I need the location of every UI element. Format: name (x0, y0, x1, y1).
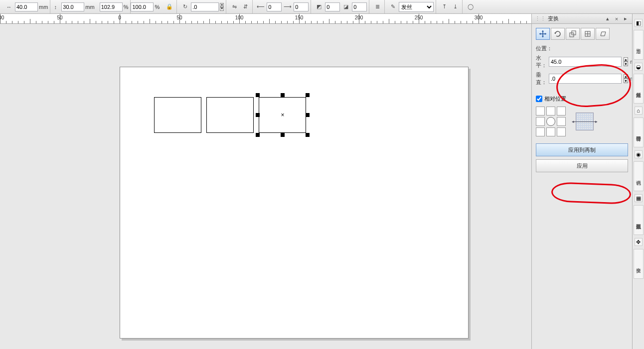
offset-y-input[interactable] (294, 2, 309, 11)
selection-handle-se[interactable] (306, 133, 310, 137)
selection-center-marker: × (281, 112, 284, 118)
tab-icon-transform[interactable]: ✥ (635, 238, 643, 246)
rectangle-1[interactable] (154, 97, 201, 133)
ruler-tick-label: 100 (235, 15, 244, 20)
mirror-h-icon[interactable]: ⇋ (229, 2, 239, 12)
object-height-input[interactable] (61, 2, 84, 11)
right-dock: ⋮⋮ 变换 ▴ × ▸ 位置： 水平： ▲▼ mm 垂直： (531, 14, 644, 349)
ruler-tick-label: 50 (57, 15, 62, 20)
anchor-ne[interactable] (557, 107, 566, 116)
nudge-x-input[interactable] (325, 2, 340, 11)
selection-handle-ne[interactable] (306, 93, 310, 97)
side-tab-transform[interactable]: 变换 (634, 249, 644, 279)
scale-x-input[interactable] (100, 2, 123, 11)
mode-rotate-button[interactable] (551, 28, 565, 40)
offset-x-input[interactable] (267, 2, 282, 11)
side-tab-shape[interactable]: 造形 (634, 30, 644, 60)
anchor-nw[interactable] (536, 107, 545, 116)
nudge-br-icon[interactable]: ◪ (341, 2, 351, 12)
apply-button[interactable]: 应用 (536, 159, 628, 172)
to-back-icon[interactable]: ⤓ (450, 2, 460, 12)
rotation-spinner[interactable]: ▲▼ (220, 3, 224, 11)
percent-label-1: % (124, 4, 129, 10)
tab-icon-palette[interactable]: ◉ (635, 150, 643, 158)
workspace[interactable]: × (0, 24, 531, 349)
anchor-sw[interactable] (536, 127, 545, 136)
ruler-tick-label: 150 (295, 15, 304, 20)
object-width-input[interactable] (15, 2, 38, 11)
ruler-minor-tick (150, 19, 150, 24)
ruler-tick-label: 300 (475, 15, 483, 20)
outline-pen-icon[interactable]: ✎ (388, 2, 398, 12)
height-icon: ↕ (50, 2, 60, 12)
horizontal-input[interactable] (549, 57, 622, 67)
transform-panel: ⋮⋮ 变换 ▴ × ▸ 位置： 水平： ▲▼ mm 垂直： (531, 14, 632, 349)
side-tab-palette[interactable]: 调色 (634, 161, 644, 191)
tab-icon-shape[interactable]: ◧ (635, 19, 643, 27)
relative-position-label: 相对位置 (544, 95, 566, 103)
selection-handle-n[interactable] (281, 93, 285, 97)
convert-curves-icon[interactable]: ◯ (466, 2, 476, 12)
panel-grip-icon[interactable]: ⋮⋮ (535, 15, 546, 22)
anchor-w[interactable] (536, 117, 545, 126)
ruler-minor-tick (449, 19, 449, 24)
anchor-n[interactable] (546, 107, 555, 116)
mode-size-button[interactable] (581, 28, 595, 40)
side-tab-bitmap-color-mask[interactable]: 位图颜色遮罩 (634, 205, 644, 235)
transform-mode-row (536, 28, 628, 40)
tab-icon-bitmap-mask[interactable]: ▦ (635, 194, 643, 202)
offset-x-icon: ⟵ (256, 2, 266, 12)
panel-collapse-icon[interactable]: ▴ (604, 15, 611, 22)
horizontal-spinner[interactable]: ▲▼ (624, 57, 628, 66)
anchor-center[interactable] (546, 117, 555, 126)
lock-ratio-icon[interactable]: 🔒 (164, 2, 174, 12)
position-section-label: 位置： (536, 45, 628, 52)
text-wrap-icon[interactable]: ≣ (372, 2, 382, 12)
panel-close-icon[interactable]: × (613, 15, 620, 22)
panel-menu-icon[interactable]: ▸ (622, 15, 629, 22)
panel-header[interactable]: ⋮⋮ 变换 ▴ × ▸ (532, 14, 632, 24)
property-toolbar: ↔ mm ↕ mm % % 🔒 ↻ ▲▼ ⇋ ⇵ ⟵ ⟶ ◩ ◪ ≣ (0, 0, 644, 14)
drawing-canvas[interactable]: × (120, 67, 469, 339)
relative-position-checkbox[interactable] (536, 96, 542, 102)
rectangle-2[interactable] (206, 97, 254, 133)
tab-icon-symbol[interactable]: ⌂ (635, 107, 643, 115)
ruler-minor-tick (389, 19, 389, 24)
anchor-grid[interactable] (536, 107, 566, 136)
nudge-tl-icon[interactable]: ◩ (314, 2, 324, 12)
anchor-e[interactable] (557, 117, 566, 126)
mirror-v-icon[interactable]: ⇵ (240, 2, 250, 12)
offset-y-icon: ⟶ (283, 2, 293, 12)
apply-to-duplicate-button[interactable]: 应用到再制 (536, 143, 628, 156)
vertical-input[interactable] (549, 74, 622, 84)
ruler-minor-tick (329, 19, 329, 24)
selection-handle-nw[interactable] (256, 93, 260, 97)
vertical-spinner[interactable]: ▲▼ (624, 74, 628, 83)
width-unit: mm (39, 4, 48, 10)
nudge-y-input[interactable] (352, 2, 367, 11)
selection-handle-e[interactable] (306, 113, 310, 117)
ruler-minor-tick (508, 19, 509, 24)
anchor-s[interactable] (546, 127, 555, 136)
selection-handle-sw[interactable] (256, 133, 260, 137)
selection-handle-w[interactable] (256, 113, 260, 117)
ruler-minor-tick (90, 19, 90, 24)
mode-scale-button[interactable] (566, 28, 580, 40)
dock-tab-strip: ◧ 造形 ◒ 对象属性 ⌂ 符号管理器 ◉ 调色 ▦ 位图颜色遮罩 ✥ 变换 (632, 14, 644, 349)
mode-position-button[interactable] (536, 28, 550, 40)
ruler-tick-label: 250 (415, 15, 423, 20)
side-tab-symbol-manager[interactable]: 符号管理器 (634, 117, 644, 147)
panel-title: 变换 (548, 15, 602, 22)
to-front-icon[interactable]: ⤒ (439, 2, 449, 12)
mode-skew-button[interactable] (596, 28, 610, 40)
outline-width-select[interactable]: 发丝 (399, 2, 434, 12)
height-unit: mm (85, 4, 94, 10)
side-tab-object-properties[interactable]: 对象属性 (634, 74, 644, 104)
scale-y-input[interactable] (131, 2, 154, 11)
selection-handle-s[interactable] (281, 133, 285, 137)
rotation-input[interactable] (191, 2, 219, 11)
tab-icon-props[interactable]: ◒ (635, 63, 643, 71)
horizontal-label: 水平： (536, 54, 547, 69)
rotate-icon: ↻ (180, 2, 190, 12)
anchor-se[interactable] (557, 127, 566, 136)
